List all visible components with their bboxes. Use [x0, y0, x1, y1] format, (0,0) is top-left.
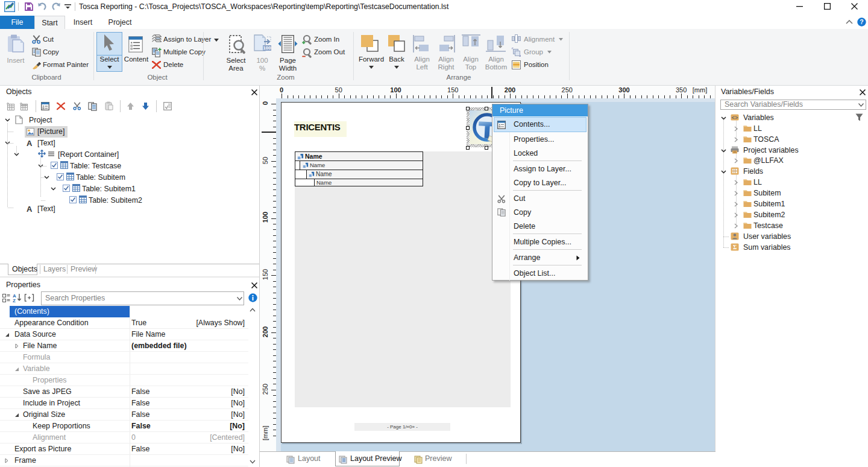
- svg-text:100: 100: [263, 45, 271, 51]
- svg-text:?: ?: [860, 18, 863, 25]
- svg-text:<>: <>: [732, 115, 738, 121]
- svg-text:Σ: Σ: [733, 244, 737, 250]
- svg-text:Z: Z: [13, 298, 16, 303]
